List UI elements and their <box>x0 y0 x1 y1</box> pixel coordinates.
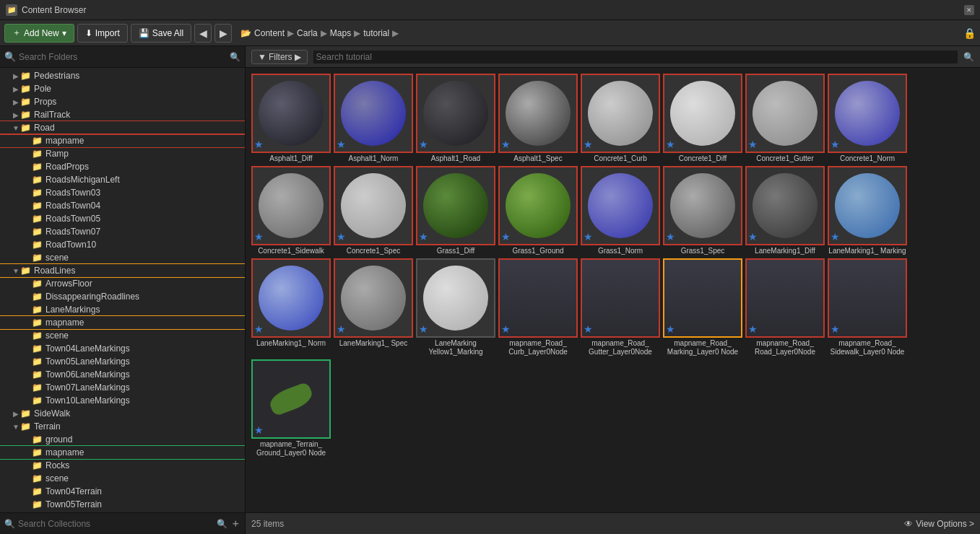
tree-item-scene[interactable]: 📁 scene <box>0 251 245 264</box>
filter-bar: ▼ Filters ▶ 🔍 <box>246 46 980 68</box>
asset-item[interactable]: ★ Grass1_Ground <box>498 166 578 255</box>
content-search-input[interactable] <box>313 51 958 64</box>
tree-item-rocks[interactable]: 📁 Rocks <box>0 459 245 472</box>
asset-item[interactable]: ★ mapname_Road_ Marking_Layer0 Node <box>663 258 742 356</box>
asset-item[interactable]: ★ Asphalt1_Norm <box>334 74 413 163</box>
tree-item-label: Town10LaneMarkings <box>45 395 130 406</box>
asset-item[interactable]: ★ Concrete1_Sidewalk <box>251 166 331 255</box>
folder-search-input[interactable] <box>19 52 227 62</box>
import-button[interactable]: ⬇ Import <box>77 24 128 43</box>
tree-item-roadsmichiganleft[interactable]: 📁 RoadsMichiganLeft <box>0 173 245 186</box>
asset-item[interactable]: ★ Grass1_Norm <box>581 166 660 255</box>
tree-item-scene[interactable]: 📁 scene <box>0 472 245 485</box>
app-icon: 📁 <box>6 4 17 16</box>
tree-item-props[interactable]: ▶ 📁 Props <box>0 95 245 108</box>
breadcrumb-tutorial[interactable]: tutorial <box>363 28 389 38</box>
tree-item-sidewalk[interactable]: ▶ 📁 SideWalk <box>0 407 245 420</box>
asset-thumbnail: ★ <box>745 74 825 153</box>
folder-icon: 📁 <box>32 136 43 146</box>
breadcrumb-carla[interactable]: Carla <box>297 28 318 38</box>
tree-item-lanemarkings[interactable]: 📁 LaneMarkings <box>0 303 245 316</box>
asset-item[interactable]: ★ Grass1_Spec <box>663 166 742 255</box>
asset-label: mapname_Terrain_ Ground_Layer0 Node <box>251 440 331 458</box>
tree-item-label: Town07LaneMarkings <box>45 382 130 393</box>
tree-item-town04lanemarkings[interactable]: 📁 Town04LaneMarkings <box>0 342 245 355</box>
close-button[interactable]: ✕ <box>964 5 974 15</box>
tree-item-road[interactable]: ▼ 📁 Road <box>0 121 245 134</box>
asset-item[interactable]: ★ Asphalt1_Spec <box>498 74 578 163</box>
asset-item[interactable]: ★ Concrete1_Spec <box>334 166 413 255</box>
breadcrumb-content[interactable]: Content <box>254 28 285 38</box>
asset-item[interactable]: ★ mapname_Road_ Gutter_Layer0Node <box>581 258 660 356</box>
view-options-button[interactable]: 👁 View Options > <box>904 519 974 529</box>
tree-item-label: RailTrack <box>34 110 70 120</box>
tree-item-terrain[interactable]: ▼ 📁 Terrain <box>0 420 245 433</box>
asset-item[interactable]: ★ LaneMarking Yellow1_Marking <box>416 258 495 356</box>
asset-item[interactable]: ★ Concrete1_Norm <box>828 74 907 163</box>
tree-arrow-icon: ▶ <box>12 410 20 418</box>
asset-item[interactable]: ★ LaneMarking1_ Marking <box>828 166 907 255</box>
tree-item-label: Props <box>34 97 56 107</box>
breadcrumb-maps[interactable]: Maps <box>330 28 351 38</box>
tree-item-label: mapname <box>45 318 84 328</box>
tree-item-roadstown05[interactable]: 📁 RoadsTown05 <box>0 212 245 225</box>
tree-item-roadtown10[interactable]: 📁 RoadTown10 <box>0 238 245 251</box>
tree-item-town05terrain[interactable]: 📁 Town05Terrain <box>0 498 245 511</box>
folder-search-submit-icon[interactable]: 🔍 <box>230 52 240 62</box>
content-search-icon[interactable]: 🔍 <box>963 52 974 62</box>
asset-label: Concrete1_Norm <box>840 154 895 163</box>
asset-item[interactable]: ★ mapname_Road_ Road_Layer0Node <box>745 258 825 356</box>
tree-item-pole[interactable]: ▶ 📁 Pole <box>0 82 245 95</box>
tree-item-mapname[interactable]: 📁 mapname <box>0 316 245 329</box>
asset-item[interactable]: ★ Concrete1_Gutter <box>745 74 825 163</box>
asset-thumbnail-sphere <box>753 173 818 238</box>
tree-item-roadstown07[interactable]: 📁 RoadsTown07 <box>0 225 245 238</box>
tree-item-town07lanemarkings[interactable]: 📁 Town07LaneMarkings <box>0 381 245 394</box>
tree-item-railtrack[interactable]: ▶ 📁 RailTrack <box>0 108 245 121</box>
tree-item-scene[interactable]: 📁 scene <box>0 329 245 342</box>
filters-button[interactable]: ▼ Filters ▶ <box>251 50 308 64</box>
save-all-button[interactable]: 💾 Save All <box>131 24 191 43</box>
asset-item[interactable]: ★ mapname_Road_ Curb_Layer0Node <box>498 258 578 356</box>
asset-item[interactable]: ★ LaneMarking1_ Norm <box>251 258 331 356</box>
tree-arrow-icon: ▶ <box>12 72 20 80</box>
asset-item[interactable]: ★ Asphalt1_Road <box>416 74 495 163</box>
asset-item[interactable]: ★ Concrete1_Diff <box>663 74 742 163</box>
tree-item-town04terrain[interactable]: 📁 Town04Terrain <box>0 485 245 498</box>
tree-item-roadlines[interactable]: ▼ 📁 RoadLines <box>0 264 245 277</box>
folder-icon: 📁 <box>20 123 31 133</box>
tree-item-town10lanemarkings[interactable]: 📁 Town10LaneMarkings <box>0 394 245 407</box>
folder-icon: 📁 <box>32 460 43 470</box>
folder-icon: 📁 <box>20 71 31 81</box>
asset-item[interactable]: ★ mapname_Terrain_ Ground_Layer0 Node <box>251 359 331 458</box>
asset-item[interactable]: ★ Asphalt1_Diff <box>251 74 331 163</box>
tree-item-mapname[interactable]: 📁 mapname <box>0 134 245 147</box>
tree-item-ramp[interactable]: 📁 Ramp <box>0 147 245 160</box>
asset-thumbnail: ★ <box>334 258 413 338</box>
add-collection-button[interactable]: ＋ <box>230 517 240 530</box>
asset-item[interactable]: ★ mapname_Road_ Sidewalk_Layer0 Node <box>828 258 907 356</box>
tree-item-mapname[interactable]: 📁 mapname <box>0 446 245 459</box>
asset-thumbnail: ★ <box>251 166 331 245</box>
tree-item-roadstown03[interactable]: 📁 RoadsTown03 <box>0 186 245 199</box>
tree-item-roadstown04[interactable]: 📁 RoadsTown04 <box>0 199 245 212</box>
nav-back-button[interactable]: ◀ <box>194 24 212 43</box>
asset-item[interactable]: ★ Concrete1_Curb <box>581 74 660 163</box>
tree-item-town06lanemarkings[interactable]: 📁 Town06LaneMarkings <box>0 368 245 381</box>
collections-search-submit[interactable]: 🔍 <box>217 519 227 529</box>
tree-item-town05lanemarkings[interactable]: 📁 Town05LaneMarkings <box>0 355 245 368</box>
tree-item-ground[interactable]: 📁 ground <box>0 433 245 446</box>
asset-thumbnail: ★ <box>828 258 907 338</box>
collections-search-input[interactable] <box>18 519 214 529</box>
tree-item-pedestrians[interactable]: ▶ 📁 Pedestrians <box>0 69 245 82</box>
tree-item-dissappearingroadlines[interactable]: 📁 DissappearingRoadlines <box>0 290 245 303</box>
tree-item-roadprops[interactable]: 📁 RoadProps <box>0 160 245 173</box>
tree-item-arrowsfloor[interactable]: 📁 ArrowsFloor <box>0 277 245 290</box>
nav-forward-button[interactable]: ▶ <box>214 24 232 43</box>
asset-item[interactable]: ★ Grass1_Diff <box>416 166 495 255</box>
asset-item[interactable]: ★ LaneMarking1_ Spec <box>334 258 413 356</box>
asset-label: Asphalt1_Spec <box>513 154 562 163</box>
add-new-button[interactable]: ＋ Add New ▾ <box>4 24 74 43</box>
folder-icon: 📁 <box>32 395 43 406</box>
asset-item[interactable]: ★ LaneMarking1_Diff <box>745 166 825 255</box>
